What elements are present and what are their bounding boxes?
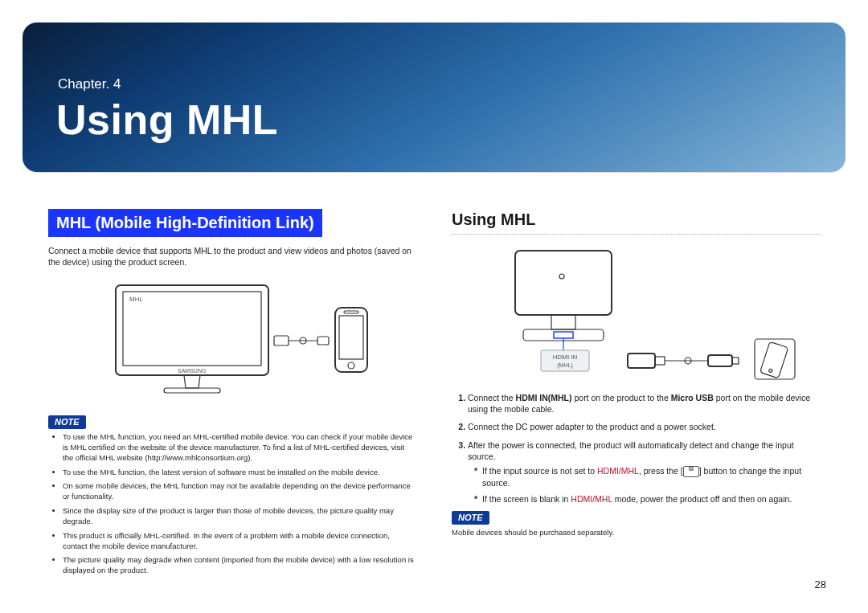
svg-rect-16	[554, 332, 573, 338]
step-item: After the power is connected, the produc…	[468, 439, 820, 505]
svg-rect-12	[515, 251, 612, 315]
svg-rect-22	[655, 357, 665, 365]
content-columns: MHL (Mobile High-Definition Link) Connec…	[48, 209, 820, 581]
steps-list: Connect the HDMI IN(MHL) port on the pro…	[452, 392, 820, 505]
diagram-screen-label: MHL	[129, 296, 143, 303]
svg-rect-27	[755, 339, 795, 379]
section-heading-using: Using MHL	[452, 209, 820, 235]
svg-point-10	[348, 362, 354, 369]
chapter-title: Using MHL	[56, 92, 278, 148]
note-label-left: NOTE	[48, 415, 86, 429]
svg-rect-11	[344, 311, 358, 313]
diagram-mhl-connection: MHL SAMSUNG	[48, 276, 416, 404]
left-column: MHL (Mobile High-Definition Link) Connec…	[48, 209, 416, 581]
chapter-header: Chapter. 4 Using MHL	[23, 22, 845, 172]
svg-rect-25	[708, 355, 732, 366]
section-heading-mhl: MHL (Mobile High-Definition Link)	[48, 209, 322, 237]
svg-point-29	[768, 369, 772, 373]
svg-text:SAMSUNG: SAMSUNG	[178, 368, 206, 374]
notes-list: To use the MHL function, you need an MHL…	[48, 432, 416, 576]
step-item: Connect the HDMI IN(MHL) port on the pro…	[468, 392, 820, 415]
sub-steps: If the input source is not set to HDMI/M…	[468, 465, 820, 505]
note-item: To use the MHL function, the latest vers…	[63, 468, 416, 478]
svg-text:HDMI IN: HDMI IN	[553, 353, 578, 361]
intro-paragraph: Connect a mobile device that supports MH…	[48, 245, 416, 268]
manual-page: Chapter. 4 Using MHL MHL (Mobile High-De…	[0, 0, 868, 613]
svg-text:(MHL): (MHL)	[557, 362, 572, 369]
svg-rect-28	[760, 341, 788, 378]
svg-rect-13	[551, 315, 575, 329]
svg-rect-1	[123, 292, 261, 366]
svg-rect-21	[628, 353, 655, 368]
svg-rect-26	[732, 358, 739, 364]
diagram-monitor-ports: HDMI IN (MHL)	[452, 244, 820, 381]
note-text-right: Mobile devices should be purchased separ…	[452, 528, 820, 538]
sub-step-item: If the screen is blank in HDMI/MHL mode,…	[482, 493, 820, 505]
source-button-icon	[683, 466, 699, 477]
note-label-right: NOTE	[452, 511, 489, 525]
svg-point-15	[559, 274, 564, 279]
svg-rect-7	[317, 337, 329, 345]
svg-rect-4	[274, 336, 289, 345]
note-item: On some mobile devices, the MHL function…	[63, 481, 416, 502]
svg-rect-2	[164, 388, 220, 393]
note-item: The picture quality may degrade when con…	[63, 555, 416, 576]
sub-step-item: If the input source is not set to HDMI/M…	[482, 465, 820, 488]
svg-rect-9	[339, 316, 363, 359]
right-column: Using MHL HDMI IN (MHL)	[452, 209, 820, 581]
note-item: To use the MHL function, you need an MHL…	[63, 432, 416, 463]
step-item: Connect the DC power adapter to the prod…	[468, 421, 820, 432]
note-item: Since the display size of the product is…	[63, 506, 416, 527]
page-number: 28	[815, 578, 826, 592]
note-item: This product is officially MHL-certified…	[63, 531, 416, 552]
